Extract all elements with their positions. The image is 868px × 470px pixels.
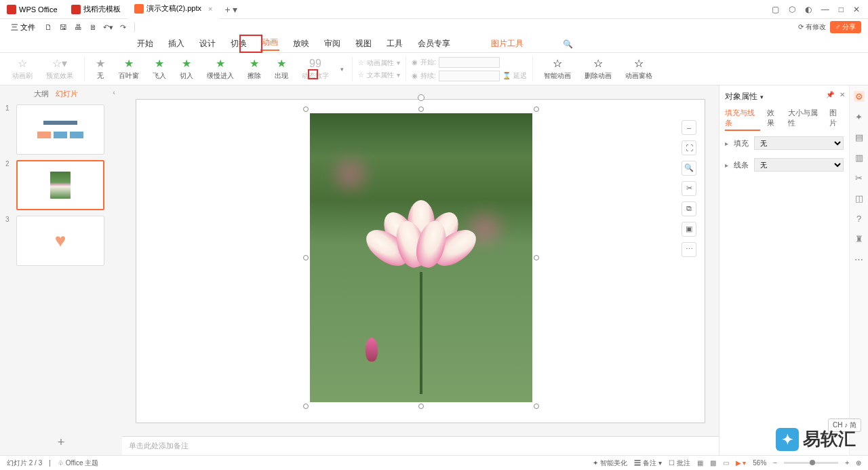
pin-icon[interactable]: 📌 (826, 91, 834, 98)
tab-effects[interactable]: 效果 (767, 108, 781, 131)
sidebar-style-icon[interactable]: ✦ (854, 111, 865, 122)
tab-template[interactable]: 找稻壳模板 (64, 0, 127, 19)
fill-select[interactable]: 无 (754, 136, 844, 150)
slide[interactable]: – ⛶ 🔍 ✂ ⧉ ▣ ⋯ (136, 99, 705, 423)
resize-handle[interactable] (534, 255, 539, 260)
share-button[interactable]: ♂ 分享 (830, 21, 861, 33)
effect-appear[interactable]: ★出现 (269, 56, 294, 82)
window-restore-icon[interactable]: ▢ (772, 5, 779, 14)
zoom-value[interactable]: 56% (753, 459, 766, 467)
float-crop-icon[interactable]: ⛶ (682, 140, 696, 155)
zoom-out-icon[interactable]: − (773, 459, 777, 467)
sidebar-template-icon[interactable]: ◫ (854, 193, 865, 203)
fit-icon[interactable]: ⊕ (856, 459, 861, 467)
float-more-icon[interactable]: ⋯ (682, 242, 696, 257)
resize-handle[interactable] (303, 404, 309, 409)
resize-handle[interactable] (418, 106, 424, 112)
tab-slideshow[interactable]: 放映 (292, 38, 311, 50)
animation-pane[interactable]: ☆动画窗格 (620, 56, 658, 82)
sidebar-properties-icon[interactable]: ⚙ (854, 91, 865, 102)
outline-tab[interactable]: 大纲 (34, 89, 49, 99)
tab-close-icon[interactable]: × (208, 5, 212, 13)
resize-handle[interactable] (303, 106, 309, 112)
tab-review[interactable]: 审阅 (323, 38, 342, 50)
animation-brush[interactable]: ☆动画刷 (7, 56, 38, 82)
tab-insert[interactable]: 插入 (167, 38, 186, 50)
tab-tools[interactable]: 工具 (385, 38, 404, 50)
zoom-in-icon[interactable]: + (845, 459, 849, 467)
tab-size[interactable]: 大小与属性 (788, 108, 823, 131)
float-fit-icon[interactable]: ⧉ (682, 201, 696, 216)
effect-blinds[interactable]: ★百叶窗 (113, 56, 144, 82)
effect-none[interactable]: ★无 (90, 56, 111, 82)
slide-thumb-2[interactable] (16, 160, 104, 210)
resize-handle[interactable] (303, 255, 309, 260)
effect-slowin[interactable]: ★缓慢进入 (201, 56, 239, 82)
save-icon[interactable]: 🖫 (57, 21, 69, 33)
panel-collapse-icon[interactable]: ‹ (113, 88, 115, 96)
new-icon[interactable]: 🗋 (42, 21, 54, 33)
window-maximize-icon[interactable]: □ (839, 5, 844, 14)
tab-design[interactable]: 设计 (198, 38, 217, 50)
add-slide-button[interactable]: + (58, 435, 65, 450)
tab-transition[interactable]: 切换 (229, 38, 248, 50)
view-slideshow-icon[interactable]: ▶ ▾ (736, 459, 747, 467)
print-preview-icon[interactable]: 🗎 (87, 21, 99, 33)
slide-thumb-1[interactable] (16, 104, 104, 155)
float-cut-icon[interactable]: ✂ (682, 181, 696, 196)
expand-icon[interactable]: ▸ (725, 161, 728, 169)
print-icon[interactable]: 🖶 (72, 21, 84, 33)
effect-flyin[interactable]: ★飞入 (147, 56, 172, 82)
selected-image[interactable] (310, 113, 532, 402)
notes-toggle[interactable]: ☰ 备注 ▾ (634, 458, 662, 468)
tab-animation[interactable]: 动画 (260, 37, 279, 51)
sidebar-tools-icon[interactable]: ✂ (854, 172, 865, 183)
tab-picture[interactable]: 图片 (829, 108, 844, 131)
effects-more-dropdown[interactable]: ▾ (337, 64, 347, 74)
tab-current-file[interactable]: 演示文稿(2).pptx× (127, 0, 220, 19)
undo-icon[interactable]: ↶▾ (102, 21, 114, 33)
line-select[interactable]: 无 (754, 158, 844, 172)
sidebar-layers-icon[interactable]: ▥ (854, 152, 865, 163)
delete-animation[interactable]: ☆删除动画 (579, 56, 617, 82)
expand-icon[interactable]: ▸ (725, 140, 728, 147)
new-tab-button[interactable]: + ▾ (219, 4, 243, 15)
sidebar-help-icon[interactable]: ? (854, 213, 865, 224)
sidebar-material-icon[interactable]: ▤ (854, 132, 865, 142)
rotate-handle[interactable] (418, 94, 425, 101)
close-icon[interactable]: ✕ (840, 91, 845, 98)
search-icon[interactable]: 🔍 (563, 39, 573, 49)
resize-handle[interactable] (534, 404, 539, 409)
file-menu[interactable]: 三 文件 (7, 22, 39, 33)
resize-handle[interactable] (418, 404, 424, 409)
preview-effect[interactable]: ☆▾预览效果 (41, 56, 79, 82)
tab-view[interactable]: 视图 (354, 38, 373, 50)
duration-input[interactable] (439, 71, 500, 81)
window-close-icon[interactable]: ✕ (853, 5, 860, 14)
notes-area[interactable]: 单击此处添加备注 (122, 436, 719, 455)
tab-fill-line[interactable]: 填充与线条 (725, 108, 760, 131)
float-frame-icon[interactable]: ▣ (682, 222, 696, 237)
sidebar-resource-icon[interactable]: ♜ (854, 233, 865, 244)
text-prop-label[interactable]: 文本属性 (367, 71, 394, 80)
window-user-icon[interactable]: ◐ (805, 5, 812, 14)
slide-thumb-3[interactable]: ♥ (16, 216, 104, 266)
tab-wps[interactable]: WPS Office (0, 0, 64, 19)
zoom-slider[interactable] (784, 462, 838, 464)
resize-handle[interactable] (534, 106, 539, 112)
slides-tab[interactable]: 幻灯片 (56, 89, 78, 99)
view-sorter-icon[interactable]: ▩ (710, 459, 716, 467)
float-zoom-icon[interactable]: 🔍 (682, 161, 696, 176)
slide-canvas[interactable]: – ⛶ 🔍 ✂ ⧉ ▣ ⋯ (122, 85, 719, 436)
dynamic-number[interactable]: 99动态数字 (296, 56, 334, 82)
tab-start[interactable]: 开始 (136, 38, 155, 50)
comments-toggle[interactable]: ☐ 批注 (669, 458, 690, 468)
view-reading-icon[interactable]: ▭ (723, 459, 729, 467)
view-normal-icon[interactable]: ▦ (697, 459, 703, 467)
theme-label[interactable]: ♧ Office 主题 (58, 458, 99, 468)
anim-prop-label[interactable]: 动画属性 (367, 58, 394, 68)
tab-picture-tools[interactable]: 图片工具 (490, 38, 525, 50)
window-app-icon[interactable]: ⬡ (789, 5, 795, 14)
sidebar-more-icon[interactable]: ⋯ (854, 254, 865, 265)
start-input[interactable] (439, 57, 500, 68)
